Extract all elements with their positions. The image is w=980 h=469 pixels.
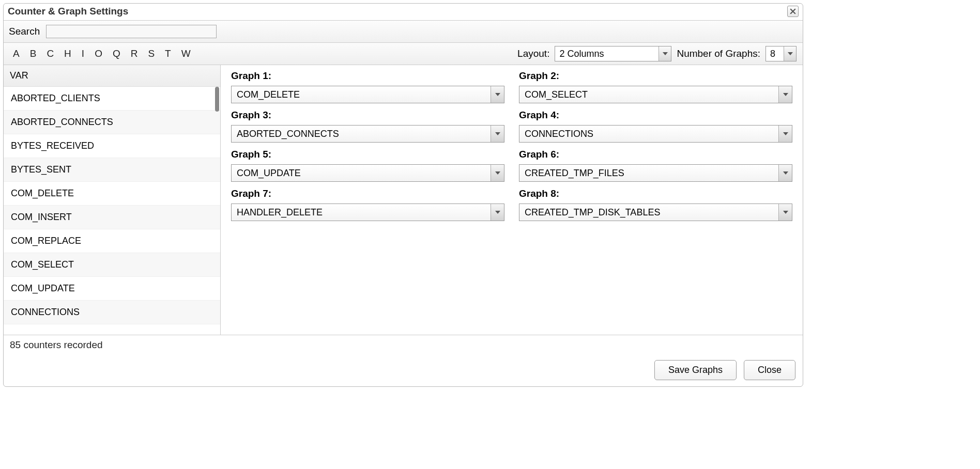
layout-select[interactable]: 2 Columns xyxy=(555,46,671,61)
variables-pane: VAR ABORTED_CLIENTS ABORTED_CONNECTS BYT… xyxy=(4,65,221,335)
graph-3-value: ABORTED_CONNECTS xyxy=(232,127,491,142)
list-item[interactable]: BYTES_SENT xyxy=(4,158,220,182)
chevron-down-icon[interactable] xyxy=(659,46,671,61)
svg-marker-7 xyxy=(783,171,788,175)
list-item[interactable]: COM_REPLACE xyxy=(4,229,220,253)
list-item[interactable]: COM_SELECT xyxy=(4,253,220,277)
graph-3-select[interactable]: ABORTED_CONNECTS xyxy=(231,125,504,143)
save-graphs-button[interactable]: Save Graphs xyxy=(654,360,737,380)
alpha-nav: A B C H I O Q R S T W xyxy=(10,48,191,59)
alpha-letter-b[interactable]: B xyxy=(30,48,37,59)
alpha-letter-o[interactable]: O xyxy=(95,48,102,59)
svg-marker-6 xyxy=(495,171,500,175)
settings-dialog: Counter & Graph Settings Search A B C H … xyxy=(3,3,803,387)
dialog-title: Counter & Graph Settings xyxy=(8,6,128,17)
graph-2-label: Graph 2: xyxy=(519,70,792,82)
graph-4-block: Graph 4: CONNECTIONS xyxy=(519,110,792,143)
search-bar: Search xyxy=(4,20,803,43)
graph-2-select[interactable]: COM_SELECT xyxy=(519,86,792,103)
graph-3-block: Graph 3: ABORTED_CONNECTS xyxy=(231,110,504,143)
dialog-body: VAR ABORTED_CLIENTS ABORTED_CONNECTS BYT… xyxy=(4,65,803,335)
var-column-header[interactable]: VAR xyxy=(4,65,220,87)
close-icon[interactable] xyxy=(787,6,799,17)
chevron-down-icon[interactable] xyxy=(491,204,504,221)
alpha-letter-r[interactable]: R xyxy=(131,48,138,59)
alpha-letter-i[interactable]: I xyxy=(82,48,84,59)
graph-3-label: Graph 3: xyxy=(231,110,504,121)
svg-marker-4 xyxy=(495,132,500,135)
footer-buttons: Save Graphs Close xyxy=(4,355,803,386)
graph-6-value: CREATED_TMP_FILES xyxy=(519,166,778,181)
alpha-letter-w[interactable]: W xyxy=(181,48,191,59)
graph-5-block: Graph 5: COM_UPDATE xyxy=(231,149,504,182)
num-graphs-select[interactable]: 8 xyxy=(765,46,797,61)
svg-marker-1 xyxy=(788,52,793,55)
svg-marker-5 xyxy=(783,132,788,135)
graph-4-select[interactable]: CONNECTIONS xyxy=(519,125,792,143)
graph-8-block: Graph 8: CREATED_TMP_DISK_TABLES xyxy=(519,188,792,221)
list-item[interactable]: COM_UPDATE xyxy=(4,277,220,301)
alpha-letter-c[interactable]: C xyxy=(47,48,54,59)
toolbar: A B C H I O Q R S T W Layout: 2 Columns … xyxy=(4,43,803,65)
graph-5-select[interactable]: COM_UPDATE xyxy=(231,164,504,182)
alpha-letter-s[interactable]: S xyxy=(148,48,155,59)
graph-8-value: CREATED_TMP_DISK_TABLES xyxy=(519,205,778,220)
num-graphs-label: Number of Graphs: xyxy=(677,48,760,59)
status-bar: 85 counters recorded xyxy=(4,335,803,355)
graph-6-label: Graph 6: xyxy=(519,149,792,160)
layout-value: 2 Columns xyxy=(555,46,659,61)
layout-label: Layout: xyxy=(517,48,549,59)
graph-6-block: Graph 6: CREATED_TMP_FILES xyxy=(519,149,792,182)
list-item[interactable]: COM_DELETE xyxy=(4,182,220,206)
search-input[interactable] xyxy=(46,25,217,38)
alpha-letter-a[interactable]: A xyxy=(13,48,20,59)
svg-marker-8 xyxy=(495,211,500,214)
list-item[interactable]: BYTES_RECEIVED xyxy=(4,134,220,158)
graph-2-value: COM_SELECT xyxy=(519,87,778,102)
chevron-down-icon[interactable] xyxy=(778,165,792,181)
close-button[interactable]: Close xyxy=(744,360,795,380)
graph-8-label: Graph 8: xyxy=(519,188,792,199)
svg-marker-0 xyxy=(663,52,668,55)
graph-4-label: Graph 4: xyxy=(519,110,792,121)
graph-4-value: CONNECTIONS xyxy=(519,127,778,142)
graph-1-value: COM_DELETE xyxy=(232,87,491,102)
graph-5-label: Graph 5: xyxy=(231,149,504,160)
dialog-header: Counter & Graph Settings xyxy=(4,4,803,20)
toolbar-right: Layout: 2 Columns Number of Graphs: 8 xyxy=(517,46,797,61)
alpha-letter-q[interactable]: Q xyxy=(113,48,120,59)
chevron-down-icon[interactable] xyxy=(778,204,792,221)
chevron-down-icon[interactable] xyxy=(491,165,504,181)
list-item[interactable]: COM_INSERT xyxy=(4,206,220,229)
graph-8-select[interactable]: CREATED_TMP_DISK_TABLES xyxy=(519,204,792,221)
list-item[interactable]: ABORTED_CONNECTS xyxy=(4,111,220,134)
num-graphs-value: 8 xyxy=(766,46,784,61)
graph-7-select[interactable]: HANDLER_DELETE xyxy=(231,204,504,221)
graph-2-block: Graph 2: COM_SELECT xyxy=(519,70,792,103)
graph-5-value: COM_UPDATE xyxy=(232,166,491,181)
svg-marker-3 xyxy=(783,93,788,96)
alpha-letter-h[interactable]: H xyxy=(64,48,71,59)
list-item[interactable]: CONNECTIONS xyxy=(4,301,220,324)
search-label: Search xyxy=(9,26,40,37)
var-list[interactable]: ABORTED_CLIENTS ABORTED_CONNECTS BYTES_R… xyxy=(4,87,220,335)
graph-1-block: Graph 1: COM_DELETE xyxy=(231,70,504,103)
graph-7-block: Graph 7: HANDLER_DELETE xyxy=(231,188,504,221)
chevron-down-icon[interactable] xyxy=(491,126,504,142)
graph-7-label: Graph 7: xyxy=(231,188,504,199)
chevron-down-icon[interactable] xyxy=(778,126,792,142)
scrollbar-thumb[interactable] xyxy=(215,87,219,112)
chevron-down-icon[interactable] xyxy=(778,86,792,103)
graphs-pane: Graph 1: COM_DELETE Graph 2: COM_SELECT … xyxy=(221,65,803,335)
alpha-letter-t[interactable]: T xyxy=(165,48,171,59)
svg-marker-9 xyxy=(783,211,788,214)
chevron-down-icon[interactable] xyxy=(491,86,504,103)
graph-1-select[interactable]: COM_DELETE xyxy=(231,86,504,103)
chevron-down-icon[interactable] xyxy=(784,46,796,61)
svg-marker-2 xyxy=(495,93,500,96)
graph-7-value: HANDLER_DELETE xyxy=(232,205,491,220)
list-item[interactable]: ABORTED_CLIENTS xyxy=(4,87,220,111)
graph-6-select[interactable]: CREATED_TMP_FILES xyxy=(519,164,792,182)
graph-1-label: Graph 1: xyxy=(231,70,504,82)
